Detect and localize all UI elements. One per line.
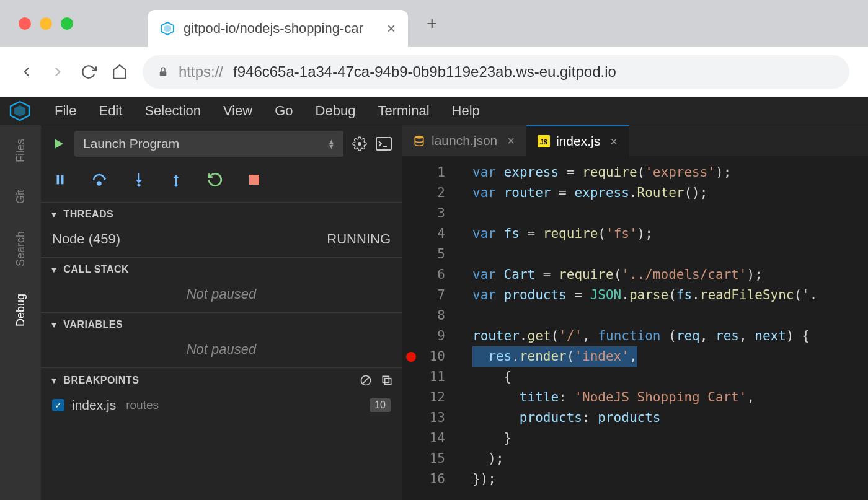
activity-debug[interactable]: Debug xyxy=(14,291,27,329)
debug-console-button[interactable] xyxy=(376,137,392,151)
line-number: 11 xyxy=(420,367,445,387)
forward-button[interactable] xyxy=(50,64,66,80)
debug-step-into-button[interactable] xyxy=(133,172,145,187)
line-number: 5 xyxy=(420,244,445,265)
line-number: 12 xyxy=(420,387,445,408)
callstack-empty: Not paused xyxy=(41,281,402,307)
code-line[interactable]: var fs = require('fs'); xyxy=(454,224,868,244)
menu-debug[interactable]: Debug xyxy=(304,98,367,124)
variables-header[interactable]: ▼ VARIABLES xyxy=(41,313,402,336)
menu-help[interactable]: Help xyxy=(441,98,491,124)
activity-files[interactable]: Files xyxy=(14,136,27,165)
code-line[interactable]: var Cart = require('../models/cart'); xyxy=(454,265,868,285)
callstack-header[interactable]: ▼ CALL STACK xyxy=(41,258,402,281)
code-line[interactable] xyxy=(454,244,868,265)
svg-marker-13 xyxy=(136,180,142,183)
line-number-gutter: 12345678910111213141516 xyxy=(420,162,454,500)
browser-chrome: gitpod-io/nodejs-shopping-car × + https:… xyxy=(0,0,868,97)
svg-rect-9 xyxy=(57,175,60,185)
code-line[interactable]: res.render('index', xyxy=(454,346,868,367)
remove-all-breakpoints-icon[interactable] xyxy=(381,374,393,387)
code-line[interactable]: { xyxy=(454,367,868,387)
line-number: 7 xyxy=(420,285,445,305)
line-number: 14 xyxy=(420,428,445,449)
back-button[interactable] xyxy=(19,64,35,80)
chevron-down-icon: ▼ xyxy=(50,375,58,385)
browser-tab[interactable]: gitpod-io/nodejs-shopping-car × xyxy=(148,10,408,47)
line-number: 4 xyxy=(420,224,445,244)
editor-tab-close-icon[interactable]: × xyxy=(610,134,618,149)
breakpoints-header[interactable]: ▼ BREAKPOINTS xyxy=(41,368,402,393)
menu-go[interactable]: Go xyxy=(264,98,304,124)
thread-status: RUNNING xyxy=(327,231,391,247)
browser-tab-title: gitpod-io/nodejs-shopping-car xyxy=(184,20,363,37)
svg-rect-2 xyxy=(160,71,167,76)
code-line[interactable]: products: products xyxy=(454,408,868,428)
code-line[interactable]: ); xyxy=(454,449,868,469)
breakpoint-checkbox[interactable]: ✓ xyxy=(52,399,64,411)
debug-stop-button[interactable] xyxy=(248,173,260,186)
activity-search[interactable]: Search xyxy=(14,229,27,269)
code-line[interactable]: var products = JSON.parse(fs.readFileSyn… xyxy=(454,285,868,305)
breakpoint-folder: routes xyxy=(126,398,159,412)
code-line[interactable]: title: 'NodeJS Shopping Cart', xyxy=(454,387,868,408)
address-protocol: https:// xyxy=(179,63,223,81)
svg-marker-1 xyxy=(164,25,171,32)
chevron-down-icon: ▼ xyxy=(50,265,58,274)
address-bar[interactable]: https://f946c65a-1a34-47ca-94b9-0b9b119e… xyxy=(143,55,849,89)
breakpoint-file: index.js xyxy=(72,398,116,413)
code-line[interactable]: var router = express.Router(); xyxy=(454,183,868,203)
breakpoint-dot[interactable] xyxy=(406,352,416,362)
menu-edit[interactable]: Edit xyxy=(87,98,133,124)
reload-button[interactable] xyxy=(81,64,97,80)
debug-start-button[interactable] xyxy=(51,136,66,151)
code-line[interactable] xyxy=(454,305,868,326)
thread-row[interactable]: Node (459) RUNNING xyxy=(41,226,402,252)
breakpoint-gutter[interactable] xyxy=(402,162,420,500)
code-line[interactable] xyxy=(454,203,868,224)
debug-controls xyxy=(41,162,402,197)
debug-config-select[interactable]: Launch Program ▲▼ xyxy=(74,131,343,157)
editor-tab-label: launch.json xyxy=(432,133,497,148)
variables-empty: Not paused xyxy=(41,336,402,362)
lock-icon xyxy=(157,66,169,77)
svg-rect-18 xyxy=(249,175,259,185)
code-line[interactable]: router.get('/', function (req, res, next… xyxy=(454,326,868,346)
home-button[interactable] xyxy=(112,64,128,80)
activity-bar: FilesGitSearchDebug xyxy=(0,125,41,500)
menu-selection[interactable]: Selection xyxy=(133,98,212,124)
debug-pause-button[interactable] xyxy=(53,173,67,186)
editor-tab-close-icon[interactable]: × xyxy=(507,134,515,148)
editor-area: launch.json×JSindex.js× 1234567891011121… xyxy=(402,125,868,500)
menu-terminal[interactable]: Terminal xyxy=(366,98,440,124)
debug-settings-button[interactable] xyxy=(352,136,367,151)
menu-view[interactable]: View xyxy=(212,98,264,124)
ide: FileEditSelectionViewGoDebugTerminalHelp… xyxy=(0,97,868,500)
debug-step-over-button[interactable] xyxy=(92,173,108,186)
menu-file[interactable]: File xyxy=(43,98,87,124)
thread-name: Node (459) xyxy=(52,231,120,247)
activity-git[interactable]: Git xyxy=(14,187,27,206)
code-line[interactable]: }); xyxy=(454,469,868,489)
breakpoints-title: BREAKPOINTS xyxy=(63,375,139,386)
window-maximize-button[interactable] xyxy=(61,17,73,30)
breakpoint-row[interactable]: ✓ index.js routes 10 xyxy=(41,393,402,418)
new-tab-button[interactable]: + xyxy=(427,13,438,34)
svg-text:JS: JS xyxy=(540,139,548,146)
window-close-button[interactable] xyxy=(19,17,31,30)
code-line[interactable]: var express = require('express'); xyxy=(454,162,868,183)
browser-titlebar: gitpod-io/nodejs-shopping-car × + xyxy=(0,0,868,47)
toggle-breakpoints-icon[interactable] xyxy=(360,374,372,387)
code-content[interactable]: var express = require('express');var rou… xyxy=(454,162,868,500)
chevron-down-icon: ▼ xyxy=(50,320,58,330)
line-number: 1 xyxy=(420,162,445,183)
debug-restart-button[interactable] xyxy=(207,172,223,188)
debug-step-out-button[interactable] xyxy=(170,172,182,187)
browser-tab-close-icon[interactable]: × xyxy=(387,20,396,37)
editor-tab-index-js[interactable]: JSindex.js× xyxy=(526,125,629,156)
code-editor[interactable]: 12345678910111213141516 var express = re… xyxy=(402,156,868,500)
editor-tab-launch-json[interactable]: launch.json× xyxy=(402,125,526,156)
threads-header[interactable]: ▼ THREADS xyxy=(41,203,402,226)
window-minimize-button[interactable] xyxy=(40,17,52,30)
code-line[interactable]: } xyxy=(454,428,868,449)
